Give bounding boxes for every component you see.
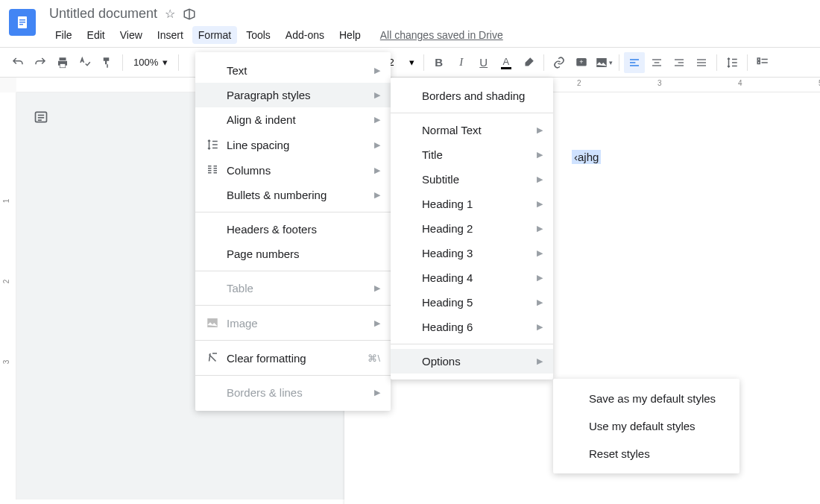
insert-link-button[interactable] (549, 52, 570, 73)
align-justify-button[interactable] (691, 52, 712, 73)
toolbar-separator (543, 54, 544, 71)
menu-label: Heading 6 (422, 321, 537, 333)
menu-label: Subtitle (422, 173, 537, 186)
format-item-line-spacing[interactable]: Line spacing▶ (195, 132, 391, 157)
dropdown-icon: ▾ (163, 57, 168, 68)
menu-label: Normal Text (422, 124, 537, 136)
submenu-arrow-icon: ▶ (537, 174, 543, 184)
menu-label: Line spacing (227, 139, 374, 151)
document-text[interactable]: ‹ajhg (572, 151, 601, 163)
menubar: File Edit View Insert Format Tools Add-o… (49, 26, 811, 44)
paragraph-item-subtitle[interactable]: Subtitle▶ (391, 167, 553, 192)
menu-file[interactable]: File (49, 26, 78, 44)
align-right-button[interactable] (669, 52, 690, 73)
bold-button[interactable]: B (429, 52, 450, 73)
paragraph-styles-menu: Borders and shadingNormal Text▶Title▶Sub… (391, 78, 553, 379)
menu-label: Columns (227, 164, 374, 177)
align-left-button[interactable] (624, 52, 645, 73)
menu-label: Options (422, 355, 537, 368)
save-status[interactable]: All changes saved in Drive (380, 26, 503, 44)
submenu-arrow-icon: ▶ (537, 273, 543, 283)
menu-tools[interactable]: Tools (240, 26, 277, 44)
checklist-button[interactable] (752, 52, 773, 73)
toolbar-separator (716, 54, 717, 71)
format-item-headers-footers[interactable]: Headers & footers (195, 217, 391, 242)
paragraph-item-heading-6[interactable]: Heading 6▶ (391, 315, 553, 339)
format-item-bullets-numbering[interactable]: Bullets & numbering▶ (195, 183, 391, 207)
paragraph-item-heading-1[interactable]: Heading 1▶ (391, 192, 553, 216)
columns-icon (206, 163, 227, 177)
menu-label: Clear formatting (227, 352, 368, 365)
menu-separator (195, 340, 391, 341)
paragraph-item-normal-text[interactable]: Normal Text▶ (391, 118, 553, 142)
outline-toggle-button[interactable] (30, 106, 52, 128)
paint-format-button[interactable] (97, 52, 118, 73)
svg-rect-3 (19, 24, 23, 25)
menu-format[interactable]: Format (192, 26, 237, 44)
redo-button[interactable] (30, 52, 51, 73)
menu-label: Bullets & numbering (227, 189, 374, 201)
toolbar-separator (747, 54, 748, 71)
submenu-arrow-icon: ▶ (374, 190, 380, 200)
format-item-columns[interactable]: Columns▶ (195, 157, 391, 183)
align-center-button[interactable] (646, 52, 667, 73)
underline-button[interactable]: U (473, 52, 494, 73)
highlight-button[interactable] (518, 52, 539, 73)
paragraph-item-borders-and-shading[interactable]: Borders and shading (391, 84, 553, 108)
menu-edit[interactable]: Edit (81, 26, 111, 44)
menu-help[interactable]: Help (333, 26, 367, 44)
submenu-arrow-icon: ▶ (537, 150, 543, 160)
ruler-mark: 2 (2, 280, 10, 284)
insert-comment-button[interactable]: + (571, 52, 592, 73)
options-item-use-my-default-styles[interactable]: Use my default styles (553, 412, 739, 440)
move-icon[interactable] (183, 7, 196, 21)
paragraph-item-title[interactable]: Title▶ (391, 142, 553, 167)
toolbar-separator (423, 54, 424, 71)
menu-insert[interactable]: Insert (151, 26, 189, 44)
format-item-text[interactable]: Text▶ (195, 58, 391, 83)
star-icon[interactable]: ☆ (165, 7, 175, 21)
document-title[interactable]: Untitled document (49, 6, 157, 22)
docs-logo[interactable] (9, 9, 36, 36)
italic-button[interactable]: I (451, 52, 472, 73)
ruler-mark: 4 (738, 79, 742, 87)
menu-label: Headers & footers (227, 223, 380, 236)
menu-separator (195, 212, 391, 212)
zoom-selector[interactable]: 100%▾ (127, 57, 174, 68)
format-item-page-numbers[interactable]: Page numbers (195, 242, 391, 266)
menu-view[interactable]: View (114, 26, 148, 44)
submenu-arrow-icon: ▶ (537, 297, 543, 307)
line-spacing-button[interactable] (722, 52, 742, 73)
submenu-arrow-icon: ▶ (537, 248, 543, 258)
text-color-button[interactable]: A (496, 52, 517, 73)
insert-image-button[interactable]: ▾ (593, 52, 614, 73)
toolbar-separator (178, 54, 179, 71)
paragraph-item-heading-3[interactable]: Heading 3▶ (391, 241, 553, 265)
ruler-mark: 3 (2, 360, 10, 365)
submenu-arrow-icon: ▶ (537, 224, 543, 233)
ruler-mark: 3 (657, 79, 662, 87)
submenu-arrow-icon: ▶ (537, 322, 543, 332)
format-item-align-indent[interactable]: Align & indent▶ (195, 107, 391, 132)
format-item-clear-formatting[interactable]: Clear formatting⌘\ (195, 345, 391, 371)
options-item-reset-styles[interactable]: Reset styles (553, 440, 739, 467)
menu-addons[interactable]: Add-ons (280, 26, 330, 44)
shortcut-label: ⌘\ (368, 353, 380, 364)
menu-label: Image (227, 317, 374, 330)
submenu-arrow-icon: ▶ (374, 90, 380, 100)
paragraph-item-heading-2[interactable]: Heading 2▶ (391, 216, 553, 241)
undo-button[interactable] (7, 52, 28, 73)
svg-rect-1 (19, 19, 25, 21)
app-header: Untitled document ☆ File Edit View Inser… (0, 0, 820, 44)
options-item-save-as-my-default-styles[interactable]: Save as my default styles (553, 385, 739, 412)
vertical-ruler[interactable]: 1 2 3 (0, 92, 16, 500)
menu-label: Heading 1 (422, 198, 537, 210)
format-item-paragraph-styles[interactable]: Paragraph styles▶ (195, 83, 391, 107)
spellcheck-button[interactable] (75, 52, 95, 73)
print-button[interactable] (52, 52, 73, 73)
paragraph-item-heading-4[interactable]: Heading 4▶ (391, 265, 553, 290)
dropdown-icon: ▾ (409, 57, 414, 68)
paragraph-item-options[interactable]: Options▶ (391, 349, 553, 374)
ruler-mark: 2 (577, 79, 581, 87)
paragraph-item-heading-5[interactable]: Heading 5▶ (391, 290, 553, 315)
